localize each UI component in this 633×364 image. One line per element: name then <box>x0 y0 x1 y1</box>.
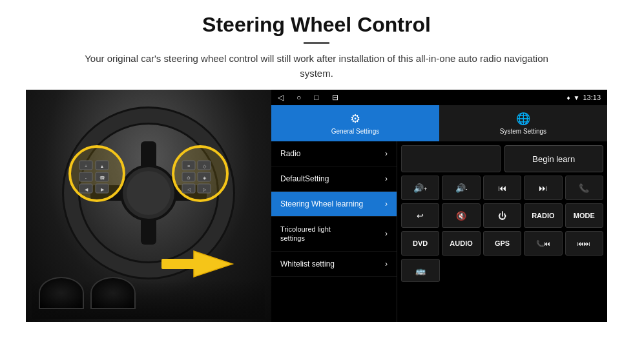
phone-icon: 📞 <box>579 183 589 193</box>
control-row-1: 🔊+ 🔊- ⏮ ⏭ 📞 <box>401 176 603 200</box>
clock: 13:13 <box>583 94 601 101</box>
svg-text:⊙: ⊙ <box>187 176 191 180</box>
steering-wheel-svg: + ▲ - ☎ ◀ ▶ ≡ ◇ ⊙ ◈ <box>26 103 271 296</box>
svg-text:▲: ▲ <box>100 164 105 168</box>
page-container: Steering Wheel Control Your original car… <box>0 0 633 329</box>
svg-text:+: + <box>85 164 87 168</box>
menu-default-label: DefaultSetting <box>280 174 329 183</box>
phone-prev-button[interactable]: 📞⏮ <box>524 231 562 256</box>
phone-button[interactable]: 📞 <box>565 176 603 200</box>
photo-panel: + ▲ - ☎ ◀ ▶ ≡ ◇ ⊙ ◈ <box>26 90 271 322</box>
main-content: Radio › DefaultSetting › Steering Wheel … <box>271 141 607 322</box>
controls-area: Begin learn 🔊+ 🔊- ⏮ <box>397 141 607 322</box>
menu-steering-label: Steering Wheel learning <box>280 199 363 208</box>
dvd-button[interactable]: DVD <box>401 231 439 256</box>
control-row-2: ↩ 🔇 ⏻ RADIO MODE <box>401 203 603 228</box>
nav-bar: ◁ ○ □ ⊟ <box>278 93 338 102</box>
vol-up-icon: 🔊+ <box>413 183 427 193</box>
top-controls-row: Begin learn <box>401 145 603 172</box>
default-chevron-icon: › <box>385 174 388 183</box>
mute-button[interactable]: 🔇 <box>442 203 480 228</box>
menu-list: Radio › DefaultSetting › Steering Wheel … <box>271 141 397 322</box>
status-bar: ◁ ○ □ ⊟ ♦ ▼ 13:13 <box>271 90 607 105</box>
tab-bar: ⚙ General Settings 🌐 System Settings <box>271 105 607 141</box>
home-nav-icon[interactable]: ○ <box>296 93 301 102</box>
vol-down-icon: 🔊- <box>455 183 468 193</box>
menu-item-radio[interactable]: Radio › <box>271 141 397 167</box>
radio-chevron-icon: › <box>385 149 388 158</box>
back-icon: ↩ <box>417 211 424 221</box>
menu-whitelist-label: Whitelist setting <box>280 259 335 268</box>
svg-marker-34 <box>194 251 233 277</box>
audio-button[interactable]: AUDIO <box>442 231 480 256</box>
dvd-label: DVD <box>413 239 428 247</box>
menu-item-whitelist[interactable]: Whitelist setting › <box>271 252 397 277</box>
signal-icon: ▼ <box>574 94 580 101</box>
svg-rect-35 <box>161 259 195 269</box>
seek-button[interactable]: ⏮⏭ <box>565 231 603 256</box>
mode-label: MODE <box>574 212 595 219</box>
menu-item-steering[interactable]: Steering Wheel learning › <box>271 192 397 217</box>
svg-text:≡: ≡ <box>187 164 190 168</box>
seek-icon: ⏮⏭ <box>577 240 590 247</box>
bus-icon: 🚌 <box>415 266 426 276</box>
last-row: 🚌 <box>401 259 603 282</box>
svg-text:☎: ☎ <box>99 176 105 180</box>
back-nav-icon[interactable]: ◁ <box>278 93 284 102</box>
svg-point-7 <box>127 171 171 215</box>
tab-system[interactable]: 🌐 System Settings <box>439 105 607 141</box>
title-section: Steering Wheel Control Your original car… <box>26 13 607 81</box>
control-row-3: DVD AUDIO GPS 📞⏮ ⏮⏭ <box>401 231 603 256</box>
begin-learn-button[interactable]: Begin learn <box>504 145 604 172</box>
wifi-icon: ♦ <box>566 94 570 101</box>
android-panel: ◁ ○ □ ⊟ ♦ ▼ 13:13 ⚙ General Settings <box>271 90 607 322</box>
whitelist-chevron-icon: › <box>385 259 388 268</box>
page-subtitle: Your original car's steering wheel contr… <box>84 52 549 81</box>
title-divider <box>304 42 329 44</box>
prev-track-icon: ⏮ <box>498 183 506 193</box>
menu-nav-icon[interactable]: ⊟ <box>332 93 338 102</box>
system-settings-label: System Settings <box>500 128 546 135</box>
audio-label: AUDIO <box>450 239 472 247</box>
general-settings-icon: ⚙ <box>350 112 360 126</box>
system-settings-icon: 🌐 <box>516 112 530 126</box>
tab-general[interactable]: ⚙ General Settings <box>271 105 439 141</box>
empty-assignment-box <box>401 145 501 172</box>
next-track-button[interactable]: ⏭ <box>524 176 562 200</box>
gps-button[interactable]: GPS <box>483 231 521 256</box>
back-button[interactable]: ↩ <box>401 203 439 228</box>
bus-button[interactable]: 🚌 <box>401 259 440 282</box>
next-track-icon: ⏭ <box>539 183 547 193</box>
content-area: + ▲ - ☎ ◀ ▶ ≡ ◇ ⊙ ◈ <box>26 90 607 322</box>
power-icon: ⏻ <box>498 211 506 221</box>
menu-item-defaultsetting[interactable]: DefaultSetting › <box>271 167 397 192</box>
power-button[interactable]: ⏻ <box>483 203 521 228</box>
menu-item-tricoloured[interactable]: Tricoloured lightsettings › <box>271 217 397 252</box>
steering-chevron-icon: › <box>385 199 388 208</box>
gps-label: GPS <box>495 239 510 247</box>
menu-tricoloured-label: Tricoloured lightsettings <box>280 225 331 243</box>
recents-nav-icon[interactable]: □ <box>314 93 318 102</box>
page-title: Steering Wheel Control <box>26 13 607 37</box>
radio-label: RADIO <box>532 212 554 219</box>
menu-radio-label: Radio <box>280 149 300 158</box>
status-icons: ♦ ▼ 13:13 <box>566 94 601 101</box>
mute-icon: 🔇 <box>456 211 466 221</box>
prev-track-button[interactable]: ⏮ <box>483 176 521 200</box>
mode-button[interactable]: MODE <box>565 203 603 228</box>
tricoloured-chevron-icon: › <box>385 229 388 238</box>
radio-button[interactable]: RADIO <box>524 203 562 228</box>
general-settings-label: General Settings <box>331 128 380 135</box>
vol-up-button[interactable]: 🔊+ <box>401 176 439 200</box>
vol-down-button[interactable]: 🔊- <box>442 176 480 200</box>
phone-prev-icon: 📞⏮ <box>536 240 550 247</box>
